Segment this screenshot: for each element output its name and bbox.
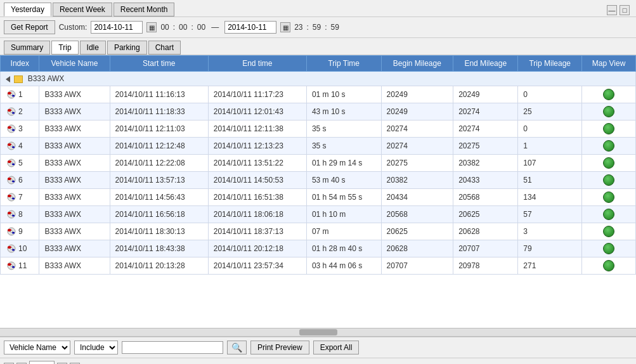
map-view-icon[interactable] xyxy=(603,106,614,117)
cell-map-view[interactable] xyxy=(582,120,636,138)
scrollbar-thumb[interactable] xyxy=(299,329,337,335)
cell-begin-mileage: 20274 xyxy=(381,138,453,155)
cell-index: 9 xyxy=(1,223,39,240)
cell-trip-time: 35 s xyxy=(306,138,381,155)
start-date-input[interactable] xyxy=(91,21,143,34)
start-second: 00 xyxy=(197,23,205,32)
cell-map-view[interactable] xyxy=(582,86,636,103)
vehicle-icon xyxy=(6,159,17,167)
col-start-time: Start time xyxy=(110,56,208,72)
tab-recent-week[interactable]: Recent Week xyxy=(53,3,112,16)
tab-yesterday[interactable]: Yesterday xyxy=(4,3,51,16)
cell-map-view[interactable] xyxy=(582,257,636,275)
tab-recent-month[interactable]: Recent Month xyxy=(114,3,175,16)
tab-idle[interactable]: Idle xyxy=(80,41,106,55)
cell-map-view[interactable] xyxy=(582,103,636,120)
get-report-button[interactable]: Get Report xyxy=(4,20,55,34)
svg-point-11 xyxy=(11,128,13,130)
export-all-button[interactable]: Export All xyxy=(313,341,360,354)
cell-end: 2014/10/11 12:11:38 xyxy=(208,120,306,138)
folder-icon xyxy=(14,75,23,83)
colon3: : xyxy=(307,23,309,32)
cell-trip-mileage: 25 xyxy=(518,103,582,120)
cell-map-view[interactable] xyxy=(582,206,636,223)
filter-condition-select[interactable]: Include xyxy=(74,341,118,354)
map-view-icon[interactable] xyxy=(603,226,614,237)
map-view-icon[interactable] xyxy=(603,140,614,152)
tab-chart[interactable]: Chart xyxy=(148,41,181,55)
cell-map-view[interactable] xyxy=(582,155,636,172)
start-calendar-icon[interactable]: ▦ xyxy=(146,22,157,32)
cell-end: 2014/10/11 16:51:38 xyxy=(208,189,306,206)
cell-end: 2014/10/11 18:37:13 xyxy=(208,223,306,240)
top-tabs: Yesterday Recent Week Recent Month — □ xyxy=(0,0,636,17)
vehicle-icon xyxy=(6,244,17,253)
end-calendar-icon[interactable]: ▦ xyxy=(280,22,290,32)
horizontal-scrollbar[interactable] xyxy=(0,328,636,337)
tab-summary[interactable]: Summary xyxy=(4,41,50,55)
cell-start: 2014/10/11 14:56:43 xyxy=(110,189,208,206)
svg-point-3 xyxy=(11,94,13,96)
vehicle-icon xyxy=(6,124,17,133)
col-end-time: End time xyxy=(208,56,306,72)
svg-point-27 xyxy=(11,197,13,198)
print-preview-button[interactable]: Print Preview xyxy=(250,341,309,354)
table-row: 11B333 AWX2014/10/11 20:13:282014/10/11 … xyxy=(1,257,636,275)
map-view-icon[interactable] xyxy=(603,174,614,186)
page-select[interactable]: 1/1 xyxy=(29,361,55,364)
cell-trip-mileage: 271 xyxy=(518,257,582,275)
vehicle-icon xyxy=(6,90,17,99)
table-row: 7B333 AWX2014/10/11 14:56:432014/10/11 1… xyxy=(1,189,636,206)
svg-point-38 xyxy=(12,249,15,251)
cell-trip-time: 01 h 29 m 14 s xyxy=(306,155,381,172)
vehicle-icon xyxy=(6,176,17,185)
cell-map-view[interactable] xyxy=(582,189,636,206)
colon4: : xyxy=(325,23,327,32)
cell-end: 2014/10/11 20:12:18 xyxy=(208,240,306,257)
end-second: 59 xyxy=(331,23,339,32)
cell-map-view[interactable] xyxy=(582,172,636,189)
map-view-icon[interactable] xyxy=(603,89,614,100)
cell-trip-time: 01 h 54 m 55 s xyxy=(306,189,381,206)
cell-begin-mileage: 20434 xyxy=(381,189,453,206)
cell-end-mileage: 20274 xyxy=(453,103,518,120)
vehicle-icon xyxy=(6,210,17,219)
table-row: 4B333 AWX2014/10/11 12:12:482014/10/11 1… xyxy=(1,138,636,155)
cell-index: 6 xyxy=(1,172,39,189)
svg-point-39 xyxy=(11,248,13,250)
map-view-icon[interactable] xyxy=(603,192,614,203)
cell-end: 2014/10/11 13:51:22 xyxy=(208,155,306,172)
end-date-input[interactable] xyxy=(224,21,276,34)
map-view-icon[interactable] xyxy=(603,243,614,254)
table-row: 10B333 AWX2014/10/11 18:43:382014/10/11 … xyxy=(1,240,636,257)
tab-trip[interactable]: Trip xyxy=(51,41,78,55)
cell-index: 5 xyxy=(1,155,39,172)
cell-start: 2014/10/11 11:16:13 xyxy=(110,86,208,103)
cell-vehicle: B333 AWX xyxy=(39,240,110,257)
tab-parking[interactable]: Parking xyxy=(107,41,147,55)
map-view-icon[interactable] xyxy=(603,157,614,169)
cell-map-view[interactable] xyxy=(582,240,636,257)
cell-trip-mileage: 1 xyxy=(518,138,582,155)
map-view-icon[interactable] xyxy=(603,260,614,271)
cell-vehicle: B333 AWX xyxy=(39,120,110,138)
window-minimize-icon[interactable]: — xyxy=(607,5,617,15)
nav-bar: |◀ ◀ 1/1 ▶ ▶| On1~11Records，Total11Recor… xyxy=(0,358,636,364)
cell-begin-mileage: 20628 xyxy=(381,240,453,257)
cell-begin-mileage: 20274 xyxy=(381,120,453,138)
cell-trip-mileage: 0 xyxy=(518,120,582,138)
cell-start: 2014/10/11 13:57:13 xyxy=(110,172,208,189)
map-view-icon[interactable] xyxy=(603,123,614,134)
cell-map-view[interactable] xyxy=(582,138,636,155)
sub-tabs: Summary Trip Idle Parking Chart xyxy=(0,38,636,55)
window-maximize-icon[interactable]: □ xyxy=(620,5,630,15)
data-table-container: Index Vehicle Name Start time End time T… xyxy=(0,55,636,328)
cell-end-mileage: 20707 xyxy=(453,240,518,257)
filter-search-input[interactable] xyxy=(122,341,223,354)
cell-trip-mileage: 3 xyxy=(518,223,582,240)
cell-index: 4 xyxy=(1,138,39,155)
cell-map-view[interactable] xyxy=(582,223,636,240)
filter-field-select[interactable]: Vehicle Name xyxy=(4,341,70,354)
search-button[interactable]: 🔍 xyxy=(227,341,247,354)
map-view-icon[interactable] xyxy=(603,209,614,220)
